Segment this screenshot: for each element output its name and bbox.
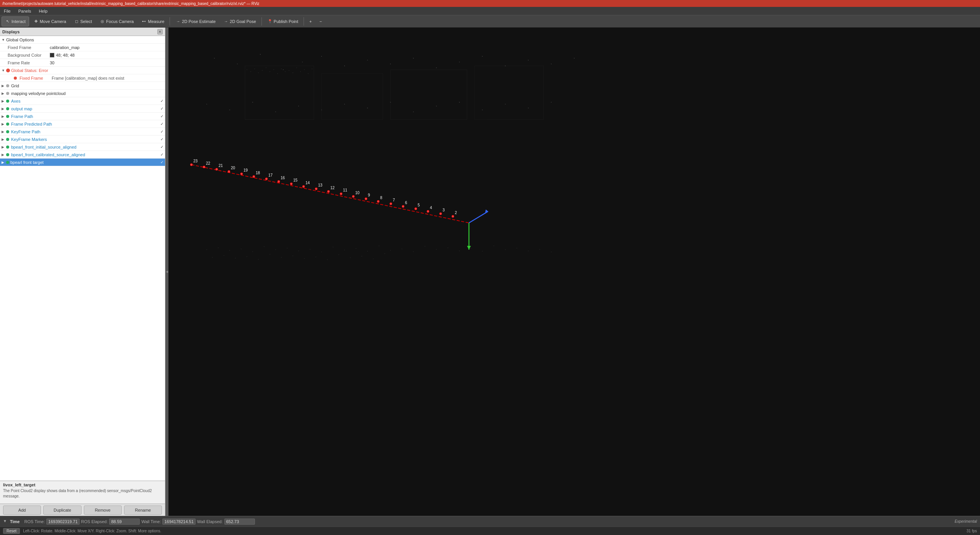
menu-file[interactable]: File xyxy=(2,8,12,14)
time-expand-button[interactable]: ▼ xyxy=(3,519,8,524)
svg-point-11 xyxy=(413,58,414,59)
toolbar: ↖ Interact ✥ Move Camera ◻ Select ◎ Focu… xyxy=(0,15,980,28)
pose-estimate-button[interactable]: → 2D Pose Estimate xyxy=(172,16,219,26)
tree-item-output-map[interactable]: ▶ output map ✓ xyxy=(0,105,165,113)
tree-item-grid[interactable]: ▶ Grid xyxy=(0,82,165,90)
svg-point-114 xyxy=(253,175,255,178)
focus-camera-button[interactable]: ◎ Focus Camera xyxy=(96,16,137,26)
menu-bar: File Panels Help xyxy=(0,7,980,15)
svg-point-72 xyxy=(379,245,379,246)
svg-point-31 xyxy=(482,110,483,110)
tree-item-frame-predicted-path[interactable]: ▶ Frame Predicted Path ✓ xyxy=(0,120,165,128)
tree-item-axes[interactable]: ▶ Axes ✓ xyxy=(0,97,165,105)
svg-point-140 xyxy=(415,208,417,210)
menu-help[interactable]: Help xyxy=(37,8,49,14)
svg-point-66 xyxy=(310,249,310,250)
svg-point-2 xyxy=(214,58,215,59)
tree-item-keyframe-markers[interactable]: ▶ KeyFrame Markers ✓ xyxy=(0,136,165,143)
ros-elapsed-value[interactable]: 88.59 xyxy=(109,519,140,525)
point-cloud-canvas: 23 22 21 20 19 18 xyxy=(168,28,980,516)
svg-point-12 xyxy=(436,67,437,68)
svg-point-62 xyxy=(264,246,265,247)
svg-text:21: 21 xyxy=(219,164,223,168)
publish-point-button[interactable]: 📍 Publish Point xyxy=(264,16,302,26)
svg-point-142 xyxy=(427,210,429,213)
svg-point-68 xyxy=(333,247,333,247)
svg-point-67 xyxy=(321,252,322,252)
duplicate-button[interactable]: Duplicate xyxy=(43,506,81,515)
interact-icon: ↖ xyxy=(5,19,10,24)
svg-text:23: 23 xyxy=(193,159,198,163)
svg-point-106 xyxy=(203,166,205,168)
svg-point-29 xyxy=(436,106,437,106)
svg-text:20: 20 xyxy=(231,166,235,170)
tree-item-bg-color[interactable]: Background Color 48; 48; 48 xyxy=(0,51,165,59)
svg-point-64 xyxy=(287,248,287,249)
tree-item-keyframe-path[interactable]: ▶ KeyFrame Path ✓ xyxy=(0,128,165,136)
time-panel-title: Time xyxy=(10,519,20,524)
svg-point-146 xyxy=(452,215,454,218)
tree-item-fixed-frame[interactable]: Fixed Frame calibration_map xyxy=(0,44,165,51)
svg-point-3 xyxy=(237,64,238,64)
svg-point-70 xyxy=(356,248,356,249)
tree-item-global-status[interactable]: ▼ Global Status: Error xyxy=(0,67,165,74)
svg-point-51 xyxy=(292,72,293,73)
left-panel: Displays ✕ ▼ Global Options Fixed Frame … xyxy=(0,28,165,516)
svg-text:15: 15 xyxy=(293,178,298,182)
goal-pose-button[interactable]: → 2D Goal Pose xyxy=(220,16,259,26)
tree-item-bpearl-initial[interactable]: ▶ bpearl_front_initial_source_aligned ✓ xyxy=(0,143,165,151)
wall-elapsed-value[interactable]: 652.73 xyxy=(224,519,255,525)
svg-point-47 xyxy=(277,73,278,74)
3d-viewport[interactable]: 23 22 21 20 19 18 xyxy=(168,28,980,516)
separator-3 xyxy=(304,17,304,26)
svg-point-32 xyxy=(505,104,506,105)
svg-point-128 xyxy=(340,193,342,195)
publish-point-icon: 📍 xyxy=(267,19,273,24)
separator-2 xyxy=(261,17,262,26)
svg-point-93 xyxy=(270,254,270,255)
tree-item-fixed-frame-error[interactable]: Fixed Frame Frame [calibration_map] does… xyxy=(0,74,165,82)
tree-item-global-options[interactable]: ▼ Global Options xyxy=(0,36,165,44)
svg-point-44 xyxy=(266,67,266,68)
svg-point-13 xyxy=(459,62,460,62)
select-button[interactable]: ◻ Select xyxy=(70,16,96,26)
svg-point-75 xyxy=(413,251,414,252)
interact-button[interactable]: ↖ Interact xyxy=(2,16,29,26)
tree-item-bpearl-target[interactable]: ▶ bpearl front target ✓ xyxy=(0,159,165,166)
tree-item-mapping-velodyne[interactable]: ▶ mapping velodyne pointcloud xyxy=(0,90,165,97)
remove-button[interactable]: Remove xyxy=(84,506,122,515)
panel-resize-handle[interactable] xyxy=(165,28,168,516)
svg-point-87 xyxy=(551,252,552,252)
svg-point-71 xyxy=(367,251,368,252)
add-button[interactable]: Add xyxy=(3,506,41,515)
wall-time-label: Wall Time: xyxy=(141,519,161,524)
tree-item-frame-path[interactable]: ▶ Frame Path ✓ xyxy=(0,113,165,120)
svg-text:8: 8 xyxy=(380,196,382,200)
menu-panels[interactable]: Panels xyxy=(17,8,33,14)
wall-time-value[interactable]: 1694178214.51 xyxy=(162,519,195,525)
minus-button[interactable]: − xyxy=(316,16,325,26)
svg-point-41 xyxy=(254,69,255,69)
svg-point-138 xyxy=(402,205,404,208)
ros-time-value[interactable]: 1693902319.71 xyxy=(46,519,79,525)
svg-point-30 xyxy=(459,102,460,103)
trajectory-overlay: 23 22 21 20 19 18 xyxy=(168,28,980,516)
svg-point-59 xyxy=(229,250,230,251)
svg-point-25 xyxy=(344,104,345,105)
svg-point-82 xyxy=(493,245,494,246)
svg-text:12: 12 xyxy=(330,186,335,190)
svg-point-136 xyxy=(390,203,392,205)
svg-point-26 xyxy=(367,108,368,108)
svg-text:14: 14 xyxy=(305,181,310,185)
measure-button[interactable]: ⊷ Measure xyxy=(138,16,168,26)
svg-text:10: 10 xyxy=(355,191,360,195)
tree-item-bpearl-calibrated[interactable]: ▶ bpearl_front_calibrated_source_aligned… xyxy=(0,151,165,159)
svg-text:5: 5 xyxy=(418,203,420,207)
reset-button[interactable]: Reset xyxy=(3,528,20,534)
move-camera-button[interactable]: ✥ Move Camera xyxy=(30,16,70,26)
tree-item-frame-rate[interactable]: Frame Rate 30 xyxy=(0,59,165,67)
plus-button[interactable]: + xyxy=(306,16,315,26)
displays-close-button[interactable]: ✕ xyxy=(157,29,163,34)
rename-button[interactable]: Rename xyxy=(124,506,162,515)
display-tree[interactable]: ▼ Global Options Fixed Frame calibration… xyxy=(0,36,165,481)
